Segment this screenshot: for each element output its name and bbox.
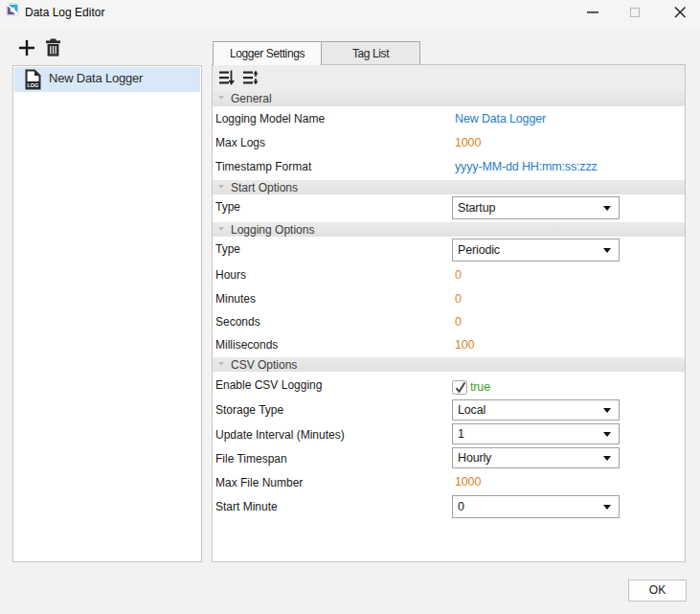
svg-text:LOG: LOG (27, 82, 38, 88)
